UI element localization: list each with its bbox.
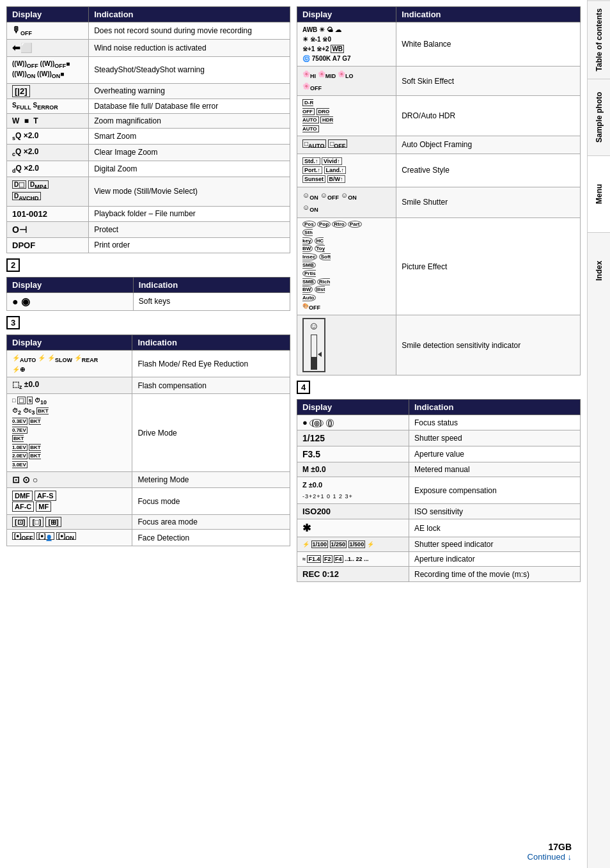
smile-detection-indication-cell: Smile detection sensitivity indicator — [396, 315, 581, 375]
ae-lock-symbol: ✱ — [302, 523, 311, 533]
indication-cell: Smart Zoom — [89, 128, 290, 144]
display-cell: W ■ T — [7, 113, 89, 128]
indication-cell: AE lock — [409, 519, 580, 537]
indication-cell: Playback folder – File number — [89, 206, 290, 221]
display-cell: □ ⬚ s ⏱10 ⏱2 ⏱c3 BKT0.3EV BKT0.7EV BKT1.… — [7, 393, 132, 472]
display-cell: 1/125 — [297, 430, 409, 446]
indication-cell: Exposure compensation — [409, 477, 580, 504]
focus-status-symbol: ● (◎) () — [302, 418, 334, 427]
col-header-indication: Indication — [396, 7, 581, 22]
indication-cell: Focus mode — [132, 488, 290, 515]
col-header-indication: Indication — [133, 277, 290, 292]
dpof-symbol: DPOF — [12, 241, 35, 250]
section-3: 3 Display Indication — [6, 316, 290, 546]
indication-cell: White Balance — [396, 22, 581, 67]
sidebar-tab-menu[interactable]: Menu — [588, 155, 610, 232]
wind-symbol: ⬅⬜ — [12, 42, 33, 53]
section-4-num: 4 — [297, 381, 310, 394]
indication-cell: Soft keys — [133, 292, 290, 310]
section1-table: Display Indication 🎙OFF Does not record … — [6, 6, 290, 253]
creative-style-symbol: Std.↑ Vivid↑ Port.↑ Land.↑ Sunset B/W↑ — [302, 157, 391, 184]
indication-cell: Focus area mode — [132, 515, 290, 530]
indication-cell: Overheating warning — [89, 83, 290, 99]
overheat-symbol: [|2] — [12, 85, 30, 97]
indication-cell: Aperture value — [409, 446, 580, 462]
shutter-speed-indicator-symbol: ⚡ 1/100 1/250 1/500 ⚡ — [302, 541, 403, 548]
rec-time-symbol: REC 0:12 — [302, 569, 339, 579]
table-row: ⬅⬜ Wind noise reduction is activated — [7, 39, 290, 56]
display-cell: DMF AF-S AF-C MF — [7, 488, 132, 515]
table-row: 🌸HI 🌸MID 🌸LO 🌸OFF Soft Skin Effect — [297, 67, 581, 96]
col-header-display: Display — [7, 335, 132, 350]
col-header-indication: Indication — [132, 335, 290, 350]
soft-skin-symbol: 🌸HI 🌸MID 🌸LO 🌸OFF — [302, 69, 391, 93]
display-cell: DPOF — [7, 237, 89, 253]
section-2-num: 2 — [6, 258, 20, 272]
table-row: Z ±0.0 -3+2+1 0 1 2 3+ Exposure compensa… — [297, 477, 581, 504]
col-header-display: Display — [7, 7, 89, 22]
table-row: REC 0:12 Recording time of the movie (m:… — [297, 567, 581, 582]
left-column: Display Indication 🎙OFF Does not record … — [6, 6, 290, 832]
smart-zoom-symbol: sQ ×2.0 — [12, 131, 38, 140]
indication-cell: Shutter speed — [409, 430, 580, 446]
table-row: SFULL SERROR Database file full/ Databas… — [7, 99, 290, 113]
indication-cell: Auto Object Framing — [396, 136, 581, 154]
digital-zoom-symbol: dQ ×2.0 — [12, 164, 39, 173]
col-header-indication: Indication — [89, 7, 290, 22]
table-row: ✱ AE lock — [297, 519, 581, 537]
dro-symbol: D-ROFF DROAUTO HDRAUTO — [302, 99, 391, 133]
display-cell: ⬚z ±0.0 — [7, 377, 132, 393]
indication-cell: DRO/Auto HDR — [396, 96, 581, 136]
right-sidebar: Table of contents Sample photo Menu Inde… — [587, 0, 610, 868]
sidebar-tab-sample-photo[interactable]: Sample photo — [588, 79, 610, 155]
clear-image-zoom-symbol: cQ ×2.0 — [12, 147, 38, 156]
table-row: D⬚ DMP4 DAVCHD View mode (Still/Movie Se… — [7, 177, 290, 206]
section-1: Display Indication 🎙OFF Does not record … — [6, 6, 290, 253]
display-cell: ✱ — [297, 519, 409, 537]
display-cell: 🌸HI 🌸MID 🌸LO 🌸OFF — [297, 67, 396, 96]
iso-symbol: ISO200 — [302, 507, 331, 516]
drive-mode-symbol: □ ⬚ s ⏱10 ⏱2 ⏱c3 BKT0.3EV BKT0.7EV BKT1.… — [12, 397, 127, 470]
table-row: [●]OFF [●]👤 [●]ON Face Detection — [7, 530, 290, 546]
table-row: 1/125 Shutter speed — [297, 430, 581, 446]
indication-cell: Soft Skin Effect — [396, 67, 581, 96]
metered-manual-symbol: M ±0.0 — [302, 465, 326, 474]
display-cell: 🎙OFF — [7, 22, 89, 40]
section3-table: Display Indication ⚡AUTO ⚡ ⚡SLOW ⚡REAR ⚡… — [6, 335, 290, 546]
table-row: ☺ Smile detection sensitivity i — [297, 315, 581, 375]
indication-cell: Clear Image Zoom — [89, 145, 290, 161]
auto-object-framing-symbol: □AUTO □OFF — [302, 139, 391, 151]
display-cell: □AUTO □OFF — [297, 136, 396, 154]
table-row: sQ ×2.0 Smart Zoom — [7, 128, 290, 144]
display-cell: SFULL SERROR — [7, 99, 89, 113]
table-row: O⊣ Protect — [7, 221, 290, 237]
display-cell: ⚡AUTO ⚡ ⚡SLOW ⚡REAR ⚡⊕ — [7, 350, 132, 377]
indication-cell: SteadyShot/SteadyShot warning — [89, 56, 290, 83]
display-cell: Pos Pop Rtro Part Sthkey HCBW ToyInsec S… — [297, 218, 396, 315]
table-row: Std.↑ Vivid↑ Port.↑ Land.↑ Sunset B/W↑ C… — [297, 154, 581, 187]
section4-table: Display Indication ● (◎) () Focus status — [297, 399, 581, 582]
table-row: DPOF Print order — [7, 237, 290, 253]
sidebar-tab-table-of-contents[interactable]: Table of contents — [588, 0, 610, 79]
display-cell: 101-0012 — [7, 206, 89, 221]
white-balance-symbol: AWB ☀ 🌤 ☁ ☀ ※-1 ※0 ※+1 ※+2 WB 🌀 7500K A7… — [302, 25, 391, 63]
focus-area-symbol: [⊡] [□] [⊞] — [12, 517, 61, 527]
indication-cell: Metering Mode — [132, 472, 290, 488]
indication-cell: Picture Effect — [396, 218, 581, 315]
zoom-mag-symbol: W ■ T — [12, 116, 40, 125]
section-4: 4 Display Indication ● (◎) — [297, 381, 581, 582]
col-header-display: Display — [297, 400, 409, 415]
smile-shutter-symbol: ☺ON ☺OFF ☺ON ☺ON — [302, 190, 391, 215]
two-column-layout: Display Indication 🎙OFF Does not record … — [6, 6, 581, 832]
indication-cell: Digital Zoom — [89, 161, 290, 177]
flash-comp-symbol: ⬚z ±0.0 — [12, 380, 39, 389]
sidebar-tab-index[interactable]: Index — [588, 232, 610, 309]
display-cell: ((W))OFF ((W))OFF■ ((W))ON ((W))ON■ — [7, 56, 89, 83]
table-row: 101-0012 Playback folder – File number — [7, 206, 290, 221]
table-row: ISO200 ISO sensitivity — [297, 504, 581, 519]
display-cell: Std.↑ Vivid↑ Port.↑ Land.↑ Sunset B/W↑ — [297, 154, 396, 187]
indication-cell: Protect — [89, 221, 290, 237]
flash-mode-symbol: ⚡AUTO ⚡ ⚡SLOW ⚡REAR ⚡⊕ — [12, 353, 127, 375]
display-cell: dQ ×2.0 — [7, 161, 89, 177]
display-cell: ● (◎) () — [297, 415, 409, 430]
